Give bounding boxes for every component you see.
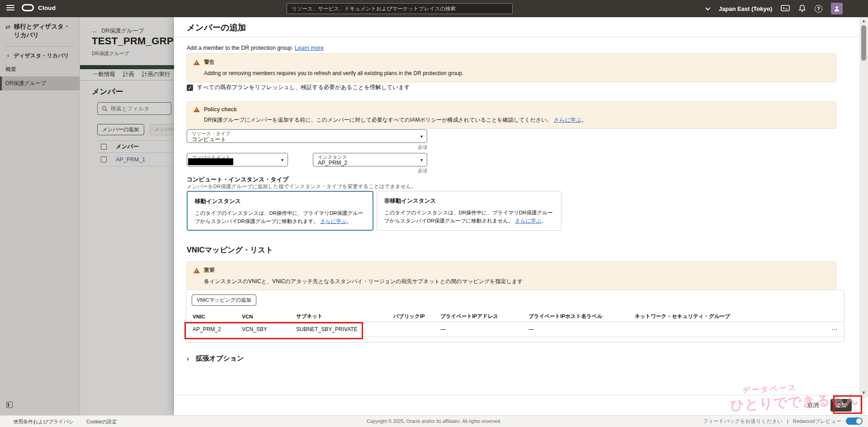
- drawer-intro-text: Add a member to the DR protection group.: [187, 45, 293, 51]
- feedback-link[interactable]: フィードバックをお送りください: [703, 418, 783, 425]
- resource-type-label: リソース・タイプ: [192, 131, 415, 136]
- col-subnet: サブネット: [296, 313, 393, 320]
- bottom-bar: 使用条件およびプライバシ Cookieの設定 Copyright © 2025,…: [0, 415, 868, 427]
- warning-triangle-icon: !: [193, 268, 200, 273]
- add-vnic-mapping-button[interactable]: VNICマッピングの追加: [192, 294, 256, 306]
- row-actions-icon[interactable]: ⋯: [820, 326, 838, 333]
- cell-subnet: SUBNET_SBY_PRIVATE: [296, 326, 393, 332]
- drawer-intro: Add a member to the DR protection group.…: [187, 45, 324, 51]
- required-hint: 必須: [187, 144, 427, 151]
- vnic-table-header: VNIC VCN サブネット パブリックIP プライベートIPアドレス プライベ…: [186, 311, 844, 322]
- cell-private-ip: —: [440, 326, 528, 332]
- add-button[interactable]: 追加: [830, 399, 852, 412]
- card-suffix: 。: [347, 218, 352, 224]
- cloud-shell-icon[interactable]: [781, 5, 790, 12]
- card-title: 非移動インスタンス: [384, 197, 554, 205]
- policy-check-text: DR保護グループにメンバーを追加する前に、このメンバーに対して必要なすべてのIA…: [204, 117, 552, 123]
- caret-down-icon: ▾: [281, 157, 283, 162]
- policy-check-banner: ! Policy check DR保護グループにメンバーを追加する前に、このメン…: [187, 101, 836, 129]
- global-search-input[interactable]: リソース、サービス、ドキュメントおよびマーケットプレイスの検索: [287, 3, 513, 14]
- cancel-button[interactable]: 取消: [807, 402, 819, 409]
- card-non-moving-instance[interactable]: 非移動インスタンス このタイプのインスタンスは、DR操作中に、プライマリDR保護…: [377, 191, 561, 231]
- scroll-down-icon[interactable]: ▼: [859, 390, 868, 395]
- card-body: このタイプのインスタンスは、DR操作中に、プライマリDR保護グループからスタンバ…: [195, 209, 365, 226]
- resource-type-value: コンピュート: [192, 136, 415, 142]
- instance-type-note: メンバーをDR保護グループに追加した後でインスタンス・タイプを変更することはでき…: [187, 183, 416, 190]
- policy-suffix: 。: [581, 117, 587, 123]
- scroll-up-icon[interactable]: ▲: [859, 19, 868, 23]
- col-nsg: ネットワーク・セキュリティ・グループ: [635, 313, 820, 320]
- help-icon[interactable]: ?: [815, 5, 822, 13]
- cell-vcn: VCN_SBY: [242, 326, 296, 332]
- important-body: 各インスタンスのVNICと、VNICのアタッチ先となるスタンバイ・リージョンの宛…: [204, 277, 830, 285]
- cell-hostname-label: —: [528, 326, 635, 332]
- add-member-drawer: メンバーの追加 Add a member to the DR protectio…: [174, 17, 859, 415]
- redacted-compartment-value: [188, 158, 233, 165]
- oracle-o-icon: [22, 4, 34, 11]
- col-hostname-label: プライベートIPホスト名ラベル: [528, 313, 635, 320]
- warning-triangle-icon: !: [193, 60, 200, 65]
- vnic-table-row: AP_PRM_2 VCN_SBY SUBNET_SBY_PRIVATE — — …: [186, 322, 844, 337]
- card-body: このタイプのインスタンスは、DR操作中に、プライマリDR保護グループからスタンバ…: [384, 209, 554, 225]
- redwood-preview-toggle[interactable]: [846, 418, 863, 425]
- col-private-ip: プライベートIPアドレス: [440, 313, 528, 320]
- brand-name: Cloud: [38, 5, 56, 11]
- chevron-right-icon: ›: [187, 355, 189, 362]
- warning-title: 警告: [204, 58, 215, 66]
- drawer-title: メンバーの追加: [187, 22, 246, 33]
- oracle-cloud-logo: Cloud: [22, 4, 56, 11]
- card-suffix: 。: [541, 218, 547, 223]
- ack-checkbox[interactable]: ✓: [187, 85, 193, 91]
- important-title: 重要: [204, 266, 215, 274]
- learn-more-link[interactable]: Learn more: [295, 45, 324, 51]
- help-mark: ?: [817, 6, 820, 11]
- instance-label: インスタンス: [318, 155, 415, 160]
- hamburger-menu-icon[interactable]: [6, 5, 14, 12]
- col-public-ip: パブリックIP: [393, 313, 440, 320]
- region-selector[interactable]: Japan East (Tokyo): [719, 5, 772, 12]
- ack-checkbox-label: すべての既存プランをリフレッシュし、検証する必要があることを理解しています: [197, 84, 410, 91]
- vnic-mapping-table: VNICマッピングの追加 VNIC VCN サブネット パブリックIP プライベ…: [186, 289, 844, 342]
- notifications-bell-icon[interactable]: [798, 5, 806, 13]
- instance-type-title: コンピュート・インスタンス・タイプ: [187, 176, 288, 184]
- page-scrollbar[interactable]: ▲ ▼: [859, 17, 868, 397]
- col-vcn: VCN: [242, 314, 296, 319]
- instance-select[interactable]: インスタンス AP_PRM_2 ▾: [313, 153, 427, 166]
- cell-vnic: AP_PRM_2: [193, 326, 242, 332]
- policy-check-title: Policy check: [204, 106, 237, 113]
- card-moving-instance[interactable]: 移動インスタンス このタイプのインスタンスは、DR操作中に、プライマリDR保護グ…: [187, 191, 373, 231]
- caret-down-icon: ▾: [420, 157, 423, 162]
- required-hint: 必須: [313, 168, 427, 174]
- policy-check-body: DR保護グループにメンバーを追加する前に、このメンバーに対して必要なすべてのIA…: [204, 116, 830, 124]
- col-vnic: VNIC: [193, 314, 242, 319]
- vnic-mapping-title: VNICマッピング・リスト: [187, 245, 273, 255]
- scrollbar-thumb[interactable]: [861, 25, 866, 61]
- global-search-placeholder: リソース、サービス、ドキュメントおよびマーケットプレイスの検索: [292, 5, 456, 12]
- warning-banner: ! 警告 Adding or removing members requires…: [187, 53, 836, 82]
- user-avatar[interactable]: [831, 3, 843, 14]
- drawer-title-divider: [174, 37, 859, 37]
- advanced-options-toggle[interactable]: › 拡張オプション: [187, 354, 244, 363]
- resource-type-select[interactable]: リソース・タイプ コンピュート ▾: [187, 129, 427, 143]
- caret-down-icon: ▾: [420, 134, 423, 139]
- warning-body: Adding or removing members requires you …: [204, 69, 830, 77]
- drawer-footer: 取消 追加: [174, 395, 859, 415]
- policy-learn-more-link[interactable]: さらに学ぶ: [554, 117, 581, 123]
- warning-triangle-icon: !: [193, 107, 200, 112]
- important-banner: ! 重要 各インスタンスのVNICと、VNICのアタッチ先となるスタンバイ・リー…: [187, 261, 836, 290]
- top-bar: Cloud リソース、サービス、ドキュメントおよびマーケットプレイスの検索 Ja…: [0, 0, 868, 17]
- region-chevron-down-icon[interactable]: [705, 5, 710, 10]
- advanced-options-label: 拡張オプション: [196, 354, 244, 363]
- card-learn-more-link[interactable]: さらに学ぶ: [515, 218, 542, 223]
- card-learn-more-link[interactable]: さらに学ぶ: [320, 218, 347, 224]
- card-title: 移動インスタンス: [195, 198, 365, 205]
- instance-value: AP_PRM_2: [318, 160, 415, 166]
- redwood-preview-link[interactable]: Redwoodプレビュー: [793, 418, 841, 425]
- footer-separator: |: [787, 418, 788, 424]
